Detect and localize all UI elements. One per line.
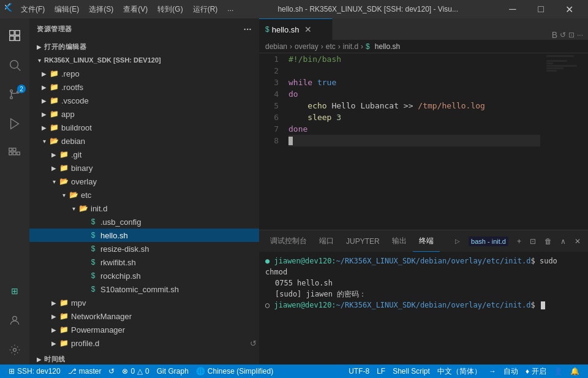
- notification-icon: 🔔: [570, 367, 579, 376]
- split-editor-icon[interactable]: B: [552, 30, 557, 40]
- status-errors[interactable]: ⊗ 0 △ 0: [118, 365, 153, 378]
- cursor: [288, 137, 293, 145]
- status-notification[interactable]: 🔔: [567, 365, 583, 378]
- svg-rect-1: [15, 31, 20, 35]
- svg-rect-12: [13, 148, 16, 151]
- activity-account[interactable]: [0, 306, 29, 335]
- tree-item-powermanager[interactable]: ▶ 📁 Powermanager: [29, 323, 259, 336]
- tree-item-initd[interactable]: ▾ 📂 init.d: [29, 202, 259, 215]
- sidebar-root-folder[interactable]: ▾ RK356X_LINUX_SDK [SSH: DEV120]: [29, 53, 259, 67]
- status-eol[interactable]: LF: [373, 365, 389, 378]
- minimize-button[interactable]: ─: [499, 0, 527, 18]
- breadcrumb-overlay[interactable]: overlay: [295, 42, 318, 51]
- status-bell-open[interactable]: ♦ 开启: [522, 365, 550, 378]
- svg-rect-3: [15, 36, 20, 40]
- line-numbers: 1 2 3 4 5 6 7 8: [259, 53, 284, 230]
- more-actions-icon[interactable]: ···: [577, 31, 583, 39]
- tree-item-etc[interactable]: ▾ 📂 etc: [29, 188, 259, 202]
- chevron-right-icon: ▶: [34, 356, 44, 363]
- breadcrumb-initd[interactable]: init.d: [343, 42, 358, 51]
- tree-item-vscode[interactable]: ▶ 📁 .vscode: [29, 94, 259, 107]
- tree-item-rootfs[interactable]: ▶ 📁 .rootfs: [29, 80, 259, 94]
- tab-bar: $ hello.sh ✕ B ↺ ⊡ ···: [259, 18, 588, 40]
- split-view-icon[interactable]: ⊡: [568, 31, 575, 39]
- tree-item-buildroot[interactable]: ▶ 📁 buildroot: [29, 121, 259, 134]
- status-language-zh[interactable]: 中文（简体）: [434, 365, 485, 378]
- tree-item-rockchip[interactable]: $ rockchip.sh: [29, 269, 259, 282]
- status-git-graph[interactable]: Git Graph: [153, 365, 192, 378]
- breadcrumb-etc[interactable]: etc: [326, 42, 336, 51]
- panel-maximize-icon[interactable]: ∧: [558, 236, 568, 247]
- status-remote[interactable]: ⊞ SSH: dev120: [5, 365, 64, 378]
- panel-tab-output[interactable]: 输出: [386, 230, 413, 252]
- activity-run[interactable]: [0, 109, 29, 138]
- tab-hello-sh[interactable]: $ hello.sh ✕: [259, 18, 333, 40]
- terminal-split-icon[interactable]: ⊡: [527, 236, 538, 247]
- tree-item-mpv[interactable]: ▶ 📁 mpv: [29, 296, 259, 309]
- activity-extensions[interactable]: [0, 138, 29, 168]
- tree-item-debian[interactable]: ▾ 📂 debian: [29, 134, 259, 148]
- sidebar-section-open-editors[interactable]: ▶ 打开的编辑器: [29, 40, 259, 53]
- tree-item-hello-sh[interactable]: $ hello.sh: [29, 229, 259, 242]
- terminal-line-3: ○ jiawen@dev120:~/RK356X_LINUX_SDK/debia…: [265, 300, 582, 311]
- status-sync[interactable]: ↺: [105, 365, 118, 378]
- activity-search[interactable]: [0, 50, 29, 80]
- code-content[interactable]: #!/bin/bash while true do echo: [284, 53, 545, 230]
- terminal-trash-icon[interactable]: 🗑: [542, 236, 554, 247]
- close-button[interactable]: ✕: [555, 0, 583, 18]
- maximize-button[interactable]: □: [527, 0, 555, 18]
- tree-item-profiled[interactable]: ▶ 📁 profile.d ↺: [29, 336, 259, 350]
- panel-tab-ports[interactable]: 端口: [313, 230, 340, 252]
- sidebar-section-timeline[interactable]: ▶ 时间线: [29, 352, 259, 365]
- activity-settings[interactable]: [0, 335, 29, 365]
- scrollbar[interactable]: [582, 53, 588, 230]
- status-language[interactable]: Shell Script: [389, 365, 434, 378]
- menu-select[interactable]: 选择(S): [85, 3, 117, 16]
- chevron-down-icon: ▾: [34, 57, 44, 64]
- history-icon[interactable]: ↺: [560, 31, 566, 39]
- chevron-right-icon: ▶: [49, 340, 59, 347]
- status-language-detect[interactable]: 🌐 Chinese (Simplified): [192, 365, 277, 378]
- terminal-add-icon[interactable]: +: [514, 236, 524, 247]
- menu-goto[interactable]: 转到(G): [154, 3, 186, 16]
- activity-remote[interactable]: ⊞: [0, 276, 29, 306]
- tree-item-usb-config[interactable]: $ .usb_config: [29, 215, 259, 229]
- tree-item-git[interactable]: ▶ 📁 .git: [29, 148, 259, 161]
- svg-line-5: [17, 67, 20, 70]
- status-account[interactable]: 👤: [550, 365, 567, 378]
- tree-item-repo[interactable]: ▶ 📁 .repo: [29, 67, 259, 80]
- chevron-down-icon: ▾: [39, 138, 49, 145]
- tree-item-rkwifibt[interactable]: $ rkwifibt.sh: [29, 255, 259, 269]
- tab-close-button[interactable]: ✕: [304, 25, 312, 34]
- svg-point-16: [13, 349, 17, 352]
- panel-tab-terminal[interactable]: 终端: [413, 230, 440, 252]
- status-branch[interactable]: ⎇ master: [64, 365, 105, 378]
- tree-item-overlay[interactable]: ▾ 📂 overlay: [29, 175, 259, 188]
- activity-source-control[interactable]: 2: [0, 80, 29, 109]
- breadcrumb-debian[interactable]: debian: [265, 42, 287, 51]
- panel-tab-debug-console[interactable]: 调试控制台: [264, 230, 313, 252]
- menu-edit[interactable]: 编辑(E): [51, 3, 83, 16]
- menu-run[interactable]: 运行(R): [189, 3, 222, 16]
- source-control-badge: 2: [17, 85, 26, 93]
- terminal-content[interactable]: ● jiawen@dev120:~/RK356X_LINUX_SDK/debia…: [259, 252, 588, 365]
- activity-explorer[interactable]: [0, 21, 29, 50]
- tree-item-resize-disk[interactable]: $ resize-disk.sh: [29, 242, 259, 255]
- code-editor[interactable]: 1 2 3 4 5 6 7 8 #!/bin/bash while: [259, 53, 588, 230]
- breadcrumb-current[interactable]: hello.sh: [375, 42, 400, 51]
- tree-item-s10atomic[interactable]: $ S10atomic_commit.sh: [29, 282, 259, 296]
- menu-file[interactable]: 文件(F): [17, 3, 48, 16]
- tree-item-app[interactable]: ▶ 📁 app: [29, 107, 259, 121]
- svg-marker-9: [11, 119, 19, 129]
- tree-item-binary[interactable]: ▶ 📁 binary: [29, 161, 259, 175]
- folder-icon: 📁: [49, 110, 59, 118]
- status-arrow[interactable]: →: [485, 365, 500, 378]
- panel-tab-jupyter[interactable]: JUPYTER: [340, 230, 386, 252]
- tree-item-networkmanager[interactable]: ▶ 📁 NetworkManager: [29, 309, 259, 323]
- menu-more[interactable]: ...: [224, 3, 237, 16]
- status-encoding[interactable]: UTF-8: [345, 365, 373, 378]
- menu-view[interactable]: 查看(V): [119, 3, 151, 16]
- folder-icon: 📁: [59, 150, 69, 159]
- panel-close-icon[interactable]: ✕: [572, 236, 583, 247]
- status-auto[interactable]: 自动: [500, 365, 522, 378]
